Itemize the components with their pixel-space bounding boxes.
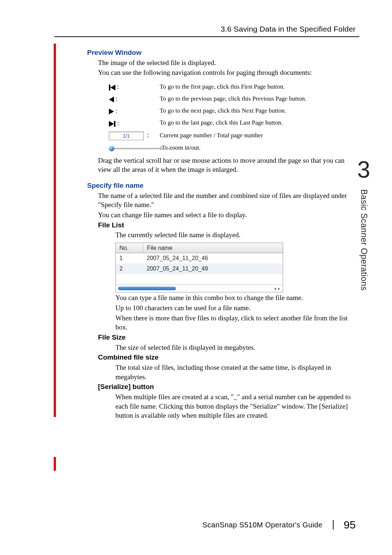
section-header: 3.6 Saving Data in the Specified Folder bbox=[54, 25, 359, 33]
combined-body: The total size of files, including those… bbox=[115, 363, 359, 381]
cell-no: 1 bbox=[116, 253, 143, 263]
specify-p2: You can change file names and select a f… bbox=[98, 210, 359, 220]
preview-after: Drag the vertical scroll bar or use mous… bbox=[98, 156, 359, 174]
specify-p1: The name of a selected file and the numb… bbox=[98, 191, 359, 210]
heading-preview-window: Preview Window bbox=[87, 48, 359, 57]
scrollbar-arrows-icon[interactable]: ◂ ▸ bbox=[274, 286, 281, 291]
preview-intro-1: The image of the selected file is displa… bbox=[98, 58, 359, 68]
table-row[interactable]: 1 2007_05_24_11_20_46 bbox=[116, 253, 283, 264]
page: 3.6 Saving Data in the Specified Folder … bbox=[0, 0, 392, 555]
content-block: Preview Window The image of the selected… bbox=[87, 48, 359, 420]
page-counter-box[interactable]: 1/1 bbox=[109, 131, 144, 141]
table-row[interactable]: 2 2007_05_24_11_20_49 bbox=[116, 264, 283, 274]
scrollbar-thumb[interactable] bbox=[118, 287, 176, 290]
chapter-number: 3 bbox=[353, 158, 375, 181]
prev-page-icon[interactable] bbox=[109, 97, 114, 102]
nav-controls-table: : To go to the first page, click this Fi… bbox=[109, 82, 359, 153]
nav-counter-desc: Current page number / Total page number bbox=[160, 131, 263, 140]
col-header-filename: File name bbox=[143, 243, 283, 253]
footer-separator bbox=[333, 520, 334, 530]
footer-page-number: 95 bbox=[344, 519, 356, 531]
nav-first-desc: To go to the first page, click this Firs… bbox=[160, 83, 285, 91]
nav-last-desc: To go to the last page, click this Last … bbox=[160, 119, 283, 127]
zoom-slider[interactable] bbox=[109, 146, 171, 151]
chapter-title: Basic Scanner Operations bbox=[359, 189, 369, 291]
nav-next-desc: To go to the next page, click this Next … bbox=[160, 107, 286, 115]
chapter-sidebar: 3 Basic Scanner Operations bbox=[353, 158, 375, 292]
heading-combined-size: Combined file size bbox=[98, 353, 359, 362]
serialize-body: When multiple files are created at a sca… bbox=[115, 392, 359, 420]
heading-file-size: File Size bbox=[98, 333, 359, 342]
heading-file-list: File List bbox=[98, 220, 359, 230]
page-footer: ScanSnap S510M Operator's Guide 95 bbox=[203, 519, 356, 531]
filelist-blank-rows bbox=[116, 274, 283, 284]
filelist-after1: You can type a file name in this combo b… bbox=[115, 293, 359, 303]
preview-intro-2: You can use the following navigation con… bbox=[98, 68, 359, 77]
heading-specify-file-name: Specify file name bbox=[87, 181, 359, 190]
last-page-icon[interactable] bbox=[109, 121, 114, 127]
last-page-icon[interactable] bbox=[114, 121, 115, 127]
margin-highlight-bar bbox=[54, 44, 56, 417]
filelist-after2: Up to 100 characters can be used for a f… bbox=[115, 303, 359, 313]
col-header-no: No. bbox=[116, 243, 143, 253]
file-list-scrollbar[interactable]: ◂ ▸ bbox=[116, 284, 283, 292]
filelist-after3: When there is more than five files to di… bbox=[115, 313, 359, 332]
cell-name: 2007_05_24_11_20_46 bbox=[143, 253, 283, 263]
file-list-header: No. File name bbox=[116, 243, 283, 254]
next-page-icon[interactable] bbox=[109, 109, 114, 114]
first-page-icon[interactable] bbox=[110, 85, 115, 90]
file-list-box[interactable]: No. File name 1 2007_05_24_11_20_46 2 20… bbox=[115, 243, 283, 293]
cell-no: 2 bbox=[116, 264, 143, 274]
footer-title: ScanSnap S510M Operator's Guide bbox=[203, 521, 323, 529]
nav-prev-desc: To go to the previous page, click this P… bbox=[160, 95, 306, 103]
filelist-intro: The currently selected file name is disp… bbox=[115, 230, 359, 240]
cell-name: 2007_05_24_11_20_49 bbox=[143, 264, 283, 274]
filesize-body: The size of selected file is displayed i… bbox=[115, 343, 359, 352]
heading-serialize: [Serialize] button bbox=[98, 382, 359, 392]
margin-highlight-bar-footer bbox=[54, 457, 56, 471]
header-rule bbox=[54, 36, 359, 37]
zoom-slider-knob[interactable] bbox=[109, 146, 114, 151]
zoom-slider-track bbox=[109, 148, 171, 149]
